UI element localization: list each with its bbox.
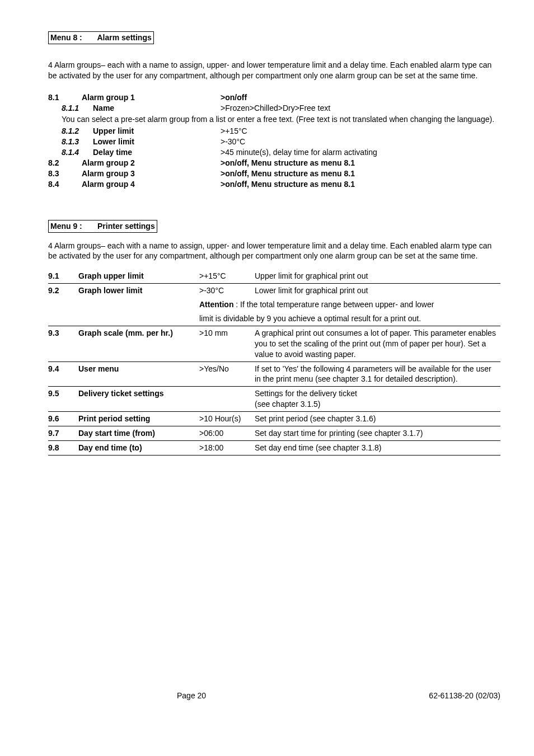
m8-r4-val: >on/off, Menu structure as menu 8.1	[221, 179, 500, 190]
m8-r1b-num: 8.1.2	[62, 126, 93, 137]
table-row: Attention : If the total temperature ran…	[48, 298, 500, 312]
m8-r1d-num: 8.1.4	[62, 147, 93, 158]
m8-r1d-val: >45 minute(s), delay time for alarm acti…	[221, 147, 500, 158]
menu9-header: Menu 9 : Printer settings	[48, 220, 500, 233]
m8-r1a-val: >Frozen>Chilled>Dry>Free text	[221, 103, 500, 114]
menu9-title: Printer settings	[97, 222, 155, 231]
m8-r1b-label: Upper limit	[93, 126, 221, 137]
m9-r6-val: >10 Hour(s)	[199, 412, 255, 426]
m8-r2-val: >on/off, Menu structure as menu 8.1	[221, 158, 500, 168]
m9-r3-num: 9.3	[48, 326, 78, 361]
m9-r7-val: >06:00	[199, 426, 255, 441]
m8-note: You can select a pre-set alarm group fro…	[62, 114, 500, 125]
m8-r1d-label: Delay time	[93, 147, 221, 158]
m8-r1-num: 8.1	[48, 92, 82, 103]
m9-r2a: Attention : If the total temperature ran…	[199, 298, 500, 312]
m8-r4-num: 8.4	[48, 179, 82, 190]
m8-r1c-label: Lower limit	[93, 137, 221, 147]
table-row: 9.7 Day start time (from) >06:00 Set day…	[48, 426, 500, 441]
m9-r6-desc: Set print period (see chapter 3.1.6)	[255, 412, 500, 426]
m8-r3-num: 8.3	[48, 168, 82, 179]
m9-r2-name: Graph lower limit	[78, 284, 199, 298]
m8-r1-val: >on/off	[221, 92, 500, 103]
m9-r5-desc: Settings for the delivery ticket (see ch…	[255, 387, 500, 412]
m9-r5-val	[199, 387, 255, 412]
m9-r8-name: Day end time (to)	[78, 440, 199, 455]
m9-r3-desc: A graphical print out consumes a lot of …	[255, 326, 500, 361]
m9-r2-desc: Lower limit for graphical print out	[255, 284, 500, 298]
m9-r3-val: >10 mm	[199, 326, 255, 361]
footer-page: Page 20	[177, 691, 206, 701]
m9-r8-num: 9.8	[48, 440, 78, 455]
m9-r2a-label: Attention	[199, 300, 233, 309]
m9-r6-name: Print period setting	[78, 412, 199, 426]
m9-r2b: limit is dividable by 9 you achieve a op…	[199, 312, 500, 326]
table-row: 9.3 Graph scale (mm. per hr.) >10 mm A g…	[48, 326, 500, 361]
m8-r3-val: >on/off, Menu structure as menu 8.1	[221, 168, 500, 179]
m8-r1b-val: >+15°C	[221, 126, 500, 137]
menu8-body: 8.1 Alarm group 1 >on/off 8.1.1 Name >Fr…	[48, 92, 500, 190]
table-row: 9.8 Day end time (to) >18:00 Set day end…	[48, 440, 500, 455]
footer-code: 62-61138-20 (02/03)	[429, 691, 500, 701]
table-row: 9.4 User menu >Yes/No If set to 'Yes' th…	[48, 361, 500, 387]
menu8-header: Menu 8 : Alarm settings	[48, 31, 500, 44]
m9-r4-val: >Yes/No	[199, 361, 255, 387]
m9-r7-num: 9.7	[48, 426, 78, 441]
m9-r7-name: Day start time (from)	[78, 426, 199, 441]
menu8-intro: 4 Alarm groups– each with a name to assi…	[48, 60, 500, 81]
menu9-intro: 4 Alarm groups– each with a name to assi…	[48, 241, 500, 262]
page-footer: Page 20 62-61138-20 (02/03)	[48, 691, 500, 701]
table-row: 9.1 Graph upper limit >+15°C Upper limit…	[48, 269, 500, 283]
m9-r3-name: Graph scale (mm. per hr.)	[78, 326, 199, 361]
m9-r2a-rest: : If the total temperature range between…	[233, 300, 434, 309]
m9-r5-name: Delivery ticket settings	[78, 387, 199, 412]
m9-r4-name: User menu	[78, 361, 199, 387]
m8-r2-label: Alarm group 2	[82, 158, 221, 168]
table-row: limit is dividable by 9 you achieve a op…	[48, 312, 500, 326]
m8-r2-num: 8.2	[48, 158, 82, 168]
m9-r8-desc: Set day end time (see chapter 3.1.8)	[255, 440, 500, 455]
m8-r4-label: Alarm group 4	[82, 179, 221, 190]
m9-r1-val: >+15°C	[199, 269, 255, 283]
table-row: 9.5 Delivery ticket settings Settings fo…	[48, 387, 500, 412]
m8-r1a-label: Name	[93, 103, 221, 114]
menu8-title: Alarm settings	[97, 33, 152, 42]
m9-r4-num: 9.4	[48, 361, 78, 387]
m9-r6-num: 9.6	[48, 412, 78, 426]
m8-r1a-num: 8.1.1	[62, 103, 93, 114]
m9-r2-val: >-30°C	[199, 284, 255, 298]
m8-r1c-num: 8.1.3	[62, 137, 93, 147]
m8-r3-label: Alarm group 3	[82, 168, 221, 179]
m9-r4-desc: If set to 'Yes' the following 4 paramete…	[255, 361, 500, 387]
m9-r7-desc: Set day start time for printing (see cha…	[255, 426, 500, 441]
m8-r1-label: Alarm group 1	[82, 92, 221, 103]
m8-r1c-val: >-30°C	[221, 137, 500, 147]
m9-r1-num: 9.1	[48, 269, 78, 283]
table-row: 9.2 Graph lower limit >-30°C Lower limit…	[48, 284, 500, 298]
m9-r2-num: 9.2	[48, 284, 78, 298]
m9-r1-name: Graph upper limit	[78, 269, 199, 283]
m9-r8-val: >18:00	[199, 440, 255, 455]
menu9-table: 9.1 Graph upper limit >+15°C Upper limit…	[48, 269, 500, 455]
m9-r5-num: 9.5	[48, 387, 78, 412]
m9-r1-desc: Upper limit for graphical print out	[255, 269, 500, 283]
table-row: 9.6 Print period setting >10 Hour(s) Set…	[48, 412, 500, 426]
menu9-label: Menu 9 :	[50, 222, 82, 231]
menu8-label: Menu 8 :	[50, 33, 82, 42]
